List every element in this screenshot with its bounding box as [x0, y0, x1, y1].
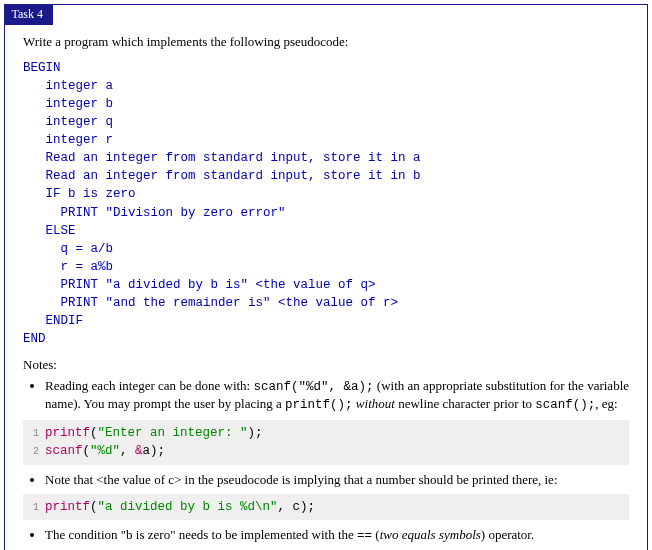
code-line: PRINT "Division by zero error": [23, 206, 286, 220]
notes-list-3: The condition "b is zero" needs to be im…: [45, 526, 629, 550]
code-punct: (: [90, 500, 98, 514]
inline-code: ==: [357, 529, 372, 543]
code-line: r = a%b: [23, 260, 113, 274]
code-punct: );: [300, 500, 315, 514]
code-punct: ,: [120, 444, 135, 458]
note-item-3: The condition "b is zero" needs to be im…: [45, 526, 629, 545]
code-line: integer r: [23, 133, 113, 147]
code-punct: (: [83, 444, 91, 458]
code-punct: , c: [278, 500, 301, 514]
code-line: BEGIN: [23, 61, 61, 75]
code-line: Read an integer from standard input, sto…: [23, 151, 421, 165]
line-number: 1: [29, 427, 39, 442]
code-var: a: [143, 444, 151, 458]
note-text: , eg:: [595, 396, 617, 411]
note-text: Note that <the value of c> in the pseudo…: [45, 472, 558, 487]
code-string: "Enter an integer: ": [98, 426, 248, 440]
pseudocode-block: BEGIN integer a integer b integer q inte…: [23, 59, 629, 349]
code-fn: printf: [45, 426, 90, 440]
notes-header: Notes:: [23, 357, 629, 373]
task-box: Task 4 Write a program which implements …: [4, 4, 648, 550]
note-italic: two equals symbols: [380, 527, 481, 542]
code-string: "%d": [90, 444, 120, 458]
code-snippet-1: 1printf("Enter an integer: "); 2scanf("%…: [23, 420, 629, 464]
code-fn: scanf: [45, 444, 83, 458]
page: Task 4 Write a program which implements …: [0, 4, 652, 550]
line-number: 1: [29, 501, 39, 516]
code-amp: &: [135, 444, 143, 458]
code-line: Read an integer from standard input, sto…: [23, 169, 421, 183]
note-text: ) operator.: [481, 527, 534, 542]
code-punct: (: [90, 426, 98, 440]
code-line: PRINT "and the remainder is" <the value …: [23, 296, 398, 310]
code-line: IF b is zero: [23, 187, 136, 201]
code-string: "a divided by b is %d\n": [98, 500, 278, 514]
code-fn: printf: [45, 500, 90, 514]
code-line: q = a/b: [23, 242, 113, 256]
task-intro: Write a program which implements the fol…: [23, 33, 629, 51]
code-line: PRINT "a divided by b is" <the value of …: [23, 278, 376, 292]
note-text: Reading each integer can be done with:: [45, 378, 254, 393]
task-label: Task 4: [4, 4, 54, 25]
inline-code: scanf("%d", &a);: [254, 380, 374, 394]
inline-code: scanf();: [535, 398, 595, 412]
code-punct: );: [150, 444, 165, 458]
line-number: 2: [29, 445, 39, 460]
code-line: integer q: [23, 115, 113, 129]
note-item-2: Note that <the value of c> in the pseudo…: [45, 471, 629, 489]
code-line: END: [23, 332, 46, 346]
notes-list-2: Note that <the value of c> in the pseudo…: [45, 471, 629, 489]
code-line: ENDIF: [23, 314, 83, 328]
note-text: (: [372, 527, 380, 542]
note-text: newline character prior to: [398, 396, 535, 411]
note-text: The condition "b is zero" needs to be im…: [45, 527, 357, 542]
code-snippet-2: 1printf("a divided by b is %d\n", c);: [23, 494, 629, 520]
notes-list: Reading each integer can be done with: s…: [45, 377, 629, 415]
code-line: integer b: [23, 97, 113, 111]
inline-code: printf();: [285, 398, 353, 412]
note-item-1: Reading each integer can be done with: s…: [45, 377, 629, 415]
note-italic: without: [353, 396, 399, 411]
code-line: integer a: [23, 79, 113, 93]
code-line: ELSE: [23, 224, 76, 238]
code-punct: );: [248, 426, 263, 440]
